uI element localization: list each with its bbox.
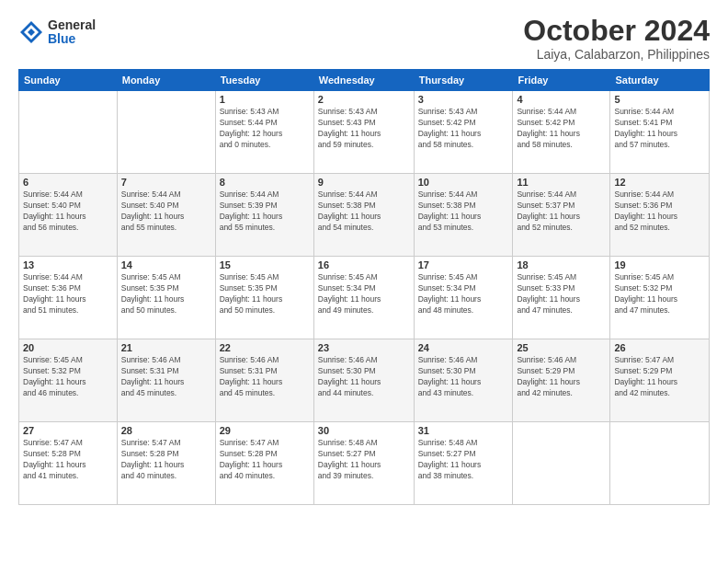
day-number: 16 (318, 259, 410, 270)
week-row-1: 1Sunrise: 5:43 AM Sunset: 5:44 PM Daylig… (19, 91, 710, 174)
day-info: Sunrise: 5:44 AM Sunset: 5:36 PM Dayligh… (614, 190, 705, 234)
table-cell: 23Sunrise: 5:46 AM Sunset: 5:30 PM Dayli… (313, 339, 414, 422)
table-cell: 20Sunrise: 5:45 AM Sunset: 5:32 PM Dayli… (19, 339, 118, 422)
calendar-table: Sunday Monday Tuesday Wednesday Thursday… (18, 69, 710, 505)
table-cell: 21Sunrise: 5:46 AM Sunset: 5:31 PM Dayli… (117, 339, 215, 422)
day-number: 25 (517, 342, 606, 353)
day-info: Sunrise: 5:43 AM Sunset: 5:43 PM Dayligh… (318, 107, 410, 151)
logo-text: General Blue (48, 18, 96, 47)
table-cell (513, 422, 610, 505)
table-cell: 24Sunrise: 5:46 AM Sunset: 5:30 PM Dayli… (414, 339, 513, 422)
day-info: Sunrise: 5:45 AM Sunset: 5:33 PM Dayligh… (517, 272, 606, 316)
table-cell: 9Sunrise: 5:44 AM Sunset: 5:38 PM Daylig… (313, 174, 414, 257)
day-info: Sunrise: 5:45 AM Sunset: 5:32 PM Dayligh… (23, 355, 113, 399)
day-number: 22 (220, 342, 310, 353)
day-info: Sunrise: 5:44 AM Sunset: 5:36 PM Dayligh… (23, 272, 113, 316)
week-row-2: 6Sunrise: 5:44 AM Sunset: 5:40 PM Daylig… (19, 174, 710, 257)
day-info: Sunrise: 5:44 AM Sunset: 5:40 PM Dayligh… (121, 190, 211, 234)
header-saturday: Saturday (610, 70, 710, 91)
day-number: 21 (121, 342, 211, 353)
day-info: Sunrise: 5:44 AM Sunset: 5:40 PM Dayligh… (23, 190, 113, 234)
day-number: 1 (220, 94, 310, 105)
table-cell: 12Sunrise: 5:44 AM Sunset: 5:36 PM Dayli… (610, 174, 710, 257)
day-number: 8 (220, 177, 310, 188)
weekday-header-row: Sunday Monday Tuesday Wednesday Thursday… (19, 70, 710, 91)
logo-general: General (48, 18, 96, 32)
day-number: 29 (220, 425, 310, 436)
day-info: Sunrise: 5:43 AM Sunset: 5:44 PM Dayligh… (220, 107, 310, 151)
table-cell: 30Sunrise: 5:48 AM Sunset: 5:27 PM Dayli… (313, 422, 414, 505)
logo-blue: Blue (48, 32, 96, 46)
day-number: 13 (23, 259, 113, 270)
table-cell: 14Sunrise: 5:45 AM Sunset: 5:35 PM Dayli… (117, 257, 215, 339)
day-number: 10 (418, 177, 509, 188)
day-number: 7 (121, 177, 211, 188)
location: Laiya, Calabarzon, Philippines (523, 47, 710, 62)
table-cell: 7Sunrise: 5:44 AM Sunset: 5:40 PM Daylig… (117, 174, 215, 257)
day-info: Sunrise: 5:47 AM Sunset: 5:28 PM Dayligh… (23, 438, 113, 482)
day-number: 2 (318, 94, 410, 105)
day-info: Sunrise: 5:46 AM Sunset: 5:31 PM Dayligh… (121, 355, 211, 399)
day-number: 23 (318, 342, 410, 353)
calendar-page: General Blue October 2024 Laiya, Calabar… (0, 0, 728, 563)
day-number: 20 (23, 342, 113, 353)
table-cell: 22Sunrise: 5:46 AM Sunset: 5:31 PM Dayli… (215, 339, 313, 422)
day-number: 6 (23, 177, 113, 188)
table-cell: 31Sunrise: 5:48 AM Sunset: 5:27 PM Dayli… (414, 422, 513, 505)
title-section: October 2024 Laiya, Calabarzon, Philippi… (523, 15, 710, 62)
day-number: 28 (121, 425, 211, 436)
day-number: 3 (418, 94, 509, 105)
day-number: 14 (121, 259, 211, 270)
table-cell: 18Sunrise: 5:45 AM Sunset: 5:33 PM Dayli… (513, 257, 610, 339)
table-cell (610, 422, 710, 505)
table-cell: 16Sunrise: 5:45 AM Sunset: 5:34 PM Dayli… (313, 257, 414, 339)
table-cell: 27Sunrise: 5:47 AM Sunset: 5:28 PM Dayli… (19, 422, 118, 505)
day-number: 27 (23, 425, 113, 436)
table-cell: 4Sunrise: 5:44 AM Sunset: 5:42 PM Daylig… (513, 91, 610, 174)
week-row-5: 27Sunrise: 5:47 AM Sunset: 5:28 PM Dayli… (19, 422, 710, 505)
header-wednesday: Wednesday (313, 70, 414, 91)
header-tuesday: Tuesday (215, 70, 313, 91)
table-cell (19, 91, 118, 174)
day-number: 5 (614, 94, 705, 105)
day-info: Sunrise: 5:48 AM Sunset: 5:27 PM Dayligh… (418, 438, 509, 482)
day-info: Sunrise: 5:46 AM Sunset: 5:30 PM Dayligh… (318, 355, 410, 399)
table-cell: 1Sunrise: 5:43 AM Sunset: 5:44 PM Daylig… (215, 91, 313, 174)
day-info: Sunrise: 5:44 AM Sunset: 5:37 PM Dayligh… (517, 190, 606, 234)
day-info: Sunrise: 5:44 AM Sunset: 5:42 PM Dayligh… (517, 107, 606, 151)
month-title: October 2024 (523, 15, 710, 47)
page-header: General Blue October 2024 Laiya, Calabar… (18, 15, 710, 62)
table-cell: 26Sunrise: 5:47 AM Sunset: 5:29 PM Dayli… (610, 339, 710, 422)
day-info: Sunrise: 5:43 AM Sunset: 5:42 PM Dayligh… (418, 107, 509, 151)
week-row-4: 20Sunrise: 5:45 AM Sunset: 5:32 PM Dayli… (19, 339, 710, 422)
day-info: Sunrise: 5:47 AM Sunset: 5:29 PM Dayligh… (614, 355, 705, 399)
table-cell: 8Sunrise: 5:44 AM Sunset: 5:39 PM Daylig… (215, 174, 313, 257)
day-number: 17 (418, 259, 509, 270)
day-info: Sunrise: 5:47 AM Sunset: 5:28 PM Dayligh… (220, 438, 310, 482)
day-number: 18 (517, 259, 606, 270)
day-number: 12 (614, 177, 705, 188)
day-number: 26 (614, 342, 705, 353)
header-sunday: Sunday (19, 70, 118, 91)
day-info: Sunrise: 5:47 AM Sunset: 5:28 PM Dayligh… (121, 438, 211, 482)
day-info: Sunrise: 5:46 AM Sunset: 5:29 PM Dayligh… (517, 355, 606, 399)
table-cell: 3Sunrise: 5:43 AM Sunset: 5:42 PM Daylig… (414, 91, 513, 174)
day-number: 19 (614, 259, 705, 270)
table-cell: 19Sunrise: 5:45 AM Sunset: 5:32 PM Dayli… (610, 257, 710, 339)
day-info: Sunrise: 5:44 AM Sunset: 5:41 PM Dayligh… (614, 107, 705, 151)
logo-icon (18, 19, 44, 45)
table-cell: 6Sunrise: 5:44 AM Sunset: 5:40 PM Daylig… (19, 174, 118, 257)
table-cell (117, 91, 215, 174)
day-info: Sunrise: 5:45 AM Sunset: 5:34 PM Dayligh… (318, 272, 410, 316)
week-row-3: 13Sunrise: 5:44 AM Sunset: 5:36 PM Dayli… (19, 257, 710, 339)
table-cell: 29Sunrise: 5:47 AM Sunset: 5:28 PM Dayli… (215, 422, 313, 505)
header-friday: Friday (513, 70, 610, 91)
day-info: Sunrise: 5:45 AM Sunset: 5:35 PM Dayligh… (121, 272, 211, 316)
day-info: Sunrise: 5:45 AM Sunset: 5:35 PM Dayligh… (220, 272, 310, 316)
table-cell: 28Sunrise: 5:47 AM Sunset: 5:28 PM Dayli… (117, 422, 215, 505)
table-cell: 10Sunrise: 5:44 AM Sunset: 5:38 PM Dayli… (414, 174, 513, 257)
header-monday: Monday (117, 70, 215, 91)
table-cell: 5Sunrise: 5:44 AM Sunset: 5:41 PM Daylig… (610, 91, 710, 174)
day-info: Sunrise: 5:44 AM Sunset: 5:39 PM Dayligh… (220, 190, 310, 234)
day-info: Sunrise: 5:48 AM Sunset: 5:27 PM Dayligh… (318, 438, 410, 482)
